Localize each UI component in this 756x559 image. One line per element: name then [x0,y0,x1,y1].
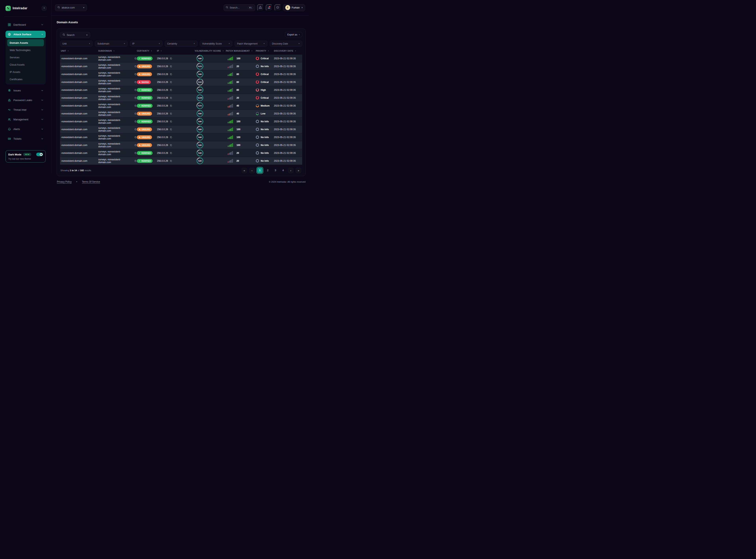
copy-icon[interactable] [134,96,137,99]
table-row[interactable]: -nonexistent-domain.com surveys.-nonexis… [60,70,302,78]
sidebar-collapse-button[interactable] [42,6,46,10]
copy-icon[interactable] [170,152,172,154]
sidebar-item-tickets[interactable]: Tickets [5,135,46,142]
table-row[interactable]: -nonexistent-domain.com surveys.-nonexis… [60,141,302,149]
column-header-patch-management[interactable]: Patch Management▼ [226,50,256,52]
copy-icon[interactable] [170,81,172,83]
sidebar-subitem-ip-assets[interactable]: IP Assets [7,68,44,75]
table-row[interactable]: -nonexistent-domain.com surveys.-nonexis… [60,118,302,126]
caret-down-icon: ▼ [298,43,300,45]
copy-icon[interactable] [134,120,137,123]
table-row[interactable]: -nonexistent-domain.com surveys.-nonexis… [60,94,302,102]
column-header-certainty[interactable]: Certainty▼ [137,50,157,52]
caret-down-icon: ▼ [228,43,230,45]
search-input[interactable] [230,6,247,9]
sidebar-item-threat-intel[interactable]: Threat Intel [5,106,46,113]
column-header-vulnerability-score[interactable]: Vulnerability Score▼ [195,50,226,52]
table-row[interactable]: -nonexistent-domain.com surveys.-nonexis… [60,63,302,70]
column-header-subdomain[interactable]: Subdomain▼ [98,50,137,52]
copy-icon[interactable] [170,73,172,75]
cell-unit: -nonexistent-domain.com [61,112,98,115]
sidebar-subitem-web-technologies[interactable]: Web Technologies [7,46,44,53]
table-row[interactable]: -nonexistent-domain.com surveys.-nonexis… [60,126,302,133]
table-row[interactable]: -nonexistent-domain.com surveys.-nonexis… [60,54,302,63]
privacy-policy-link[interactable]: Privacy Policy [57,180,72,183]
copy-icon[interactable] [134,89,137,91]
last-page-button[interactable]: » [296,167,301,173]
filter-patch-management[interactable]: Patch Management▼ [235,41,267,47]
copy-icon[interactable] [134,136,137,138]
table-search-select[interactable]: Search ▼ [60,32,90,38]
copy-icon[interactable] [170,105,172,107]
first-page-button[interactable]: « [242,167,247,173]
filter-vulnerability-score[interactable]: Vulnerability Score▼ [200,41,232,47]
copy-icon[interactable] [134,128,137,131]
check-icon: ✓ [139,57,140,60]
column-header-ip[interactable]: IP▼ [157,50,195,52]
sidebar-subitem-services[interactable]: Services [7,54,44,61]
notifications-button[interactable] [266,4,273,11]
logout-button[interactable] [274,4,281,11]
table-row[interactable]: -nonexistent-domain.com surveys.-nonexis… [60,102,302,110]
copy-icon[interactable] [134,81,137,83]
table-row[interactable]: -nonexistent-domain.com surveys.-nonexis… [60,110,302,118]
user-menu[interactable]: F Furkan ▼ [283,4,305,11]
copy-icon[interactable] [170,89,172,91]
copy-icon[interactable] [170,128,172,131]
cell-ip: 256.0.0.26 [157,65,195,68]
copy-icon[interactable] [170,144,172,147]
copy-icon[interactable] [134,105,137,107]
sidebar-item-attack-surface[interactable]: Attack Surface [5,31,46,38]
sidebar-item-issues[interactable]: Issues [5,87,46,94]
page-button-2[interactable]: 2 [265,167,271,173]
table-row[interactable]: -nonexistent-domain.com surveys.-nonexis… [60,157,302,165]
filter-discovery-date[interactable]: Discovery Date▼ [270,41,302,47]
table-row[interactable]: -nonexistent-domain.com surveys.-nonexis… [60,86,302,94]
copy-icon[interactable] [134,57,137,60]
caret-down-icon: ▼ [193,43,195,45]
copy-icon[interactable] [134,152,137,154]
copy-icon[interactable] [134,65,137,68]
next-page-button[interactable]: › [288,167,294,173]
copy-icon[interactable] [134,73,137,75]
table-row[interactable]: -nonexistent-domain.com surveys.-nonexis… [60,133,302,141]
copy-icon[interactable] [170,57,172,60]
copy-icon[interactable] [170,65,172,68]
cell-ip: 256.0.0.26 [157,120,195,123]
domain-select[interactable]: akakce.com ▼ [55,4,87,11]
copy-icon[interactable] [170,160,172,162]
prev-page-button[interactable]: ‹ [249,167,255,173]
filter-ip[interactable]: IP▼ [130,41,162,47]
filter-certainity[interactable]: Certainity▼ [165,41,197,47]
terms-of-service-link[interactable]: Terms Of Service [82,180,100,183]
page-button-3[interactable]: 3 [273,167,278,173]
sidebar-subitem-certificates[interactable]: Certificates [7,76,44,83]
export-as-button[interactable]: Export as ∨ [285,32,302,37]
column-header-discovery-date[interactable]: Discovery Date▼ [274,50,301,52]
filter-unit[interactable]: Unit▼ [60,41,93,47]
copy-icon[interactable] [170,136,172,138]
table-row[interactable]: -nonexistent-domain.com surveys.-nonexis… [60,149,302,157]
sidebar-item-password-leaks[interactable]: Password Leaks [5,96,46,104]
copy-icon[interactable] [170,120,172,123]
filter-subdomain[interactable]: Subdomain▼ [95,41,128,47]
table-row[interactable]: -nonexistent-domain.com surveys.-nonexis… [60,78,302,86]
sidebar-item-alerts[interactable]: Alerts [5,126,46,133]
global-search[interactable]: ⌘1 [224,4,255,11]
dark-mode-toggle[interactable] [36,153,43,156]
page-button-4[interactable]: 4 [280,167,286,173]
sidebar-subitem-domain-assets[interactable]: Domain Assets [7,39,44,46]
sidebar-item-dashboard[interactable]: Dashboard [5,21,46,28]
copy-icon[interactable] [134,160,137,162]
sidebar-item-management[interactable]: Management [5,116,46,123]
column-header-unit[interactable]: Unit▼ [61,50,98,52]
alerts-button[interactable] [257,4,264,11]
copy-icon[interactable] [134,112,137,115]
column-header-priority[interactable]: Priority▼ [256,50,274,52]
sidebar-subitem-cloud-assets[interactable]: Cloud Assets [7,61,44,68]
page-button-1[interactable]: 1 [257,167,263,174]
chevron-down-icon [41,118,44,121]
copy-icon[interactable] [134,144,137,147]
copy-icon[interactable] [170,112,172,115]
copy-icon[interactable] [170,96,172,99]
